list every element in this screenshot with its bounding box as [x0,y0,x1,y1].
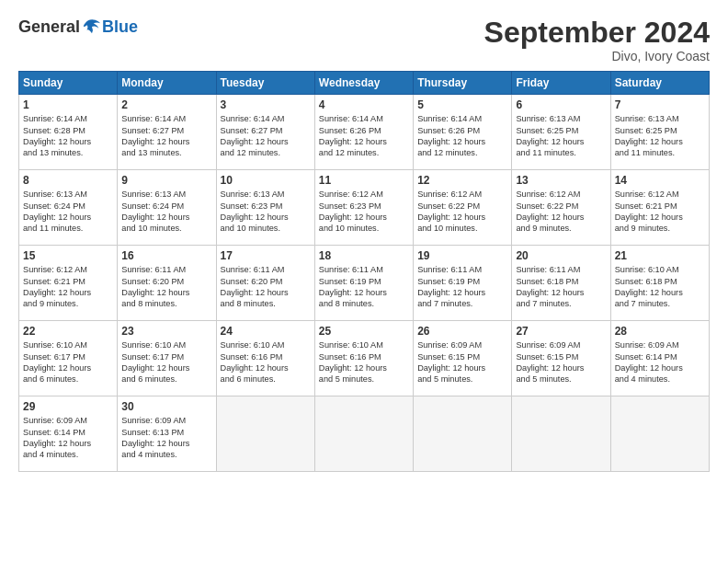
day-number: 15 [23,249,113,262]
day-number: 27 [516,325,606,338]
day-info: Sunrise: 6:13 AMSunset: 6:25 PMDaylight:… [615,113,705,159]
calendar-cell [414,396,512,472]
calendar-cell: 15Sunrise: 6:12 AMSunset: 6:21 PMDayligh… [19,246,118,321]
calendar-cell: 30Sunrise: 6:09 AMSunset: 6:13 PMDayligh… [118,396,216,472]
calendar-cell [314,396,413,472]
day-number: 29 [23,400,113,413]
day-info: Sunrise: 6:10 AMSunset: 6:17 PMDaylight:… [23,339,113,385]
day-number: 24 [221,325,311,338]
day-info: Sunrise: 6:13 AMSunset: 6:24 PMDaylight:… [121,189,211,235]
calendar-cell: 3Sunrise: 6:14 AMSunset: 6:27 PMDaylight… [216,95,314,170]
day-number: 9 [121,174,211,187]
day-number: 8 [23,174,113,187]
day-number: 30 [121,400,211,413]
day-number: 7 [615,98,705,111]
calendar-cell: 2Sunrise: 6:14 AMSunset: 6:27 PMDaylight… [118,95,216,170]
day-number: 1 [23,98,113,111]
calendar-cell: 13Sunrise: 6:12 AMSunset: 6:22 PMDayligh… [512,170,610,246]
day-info: Sunrise: 6:13 AMSunset: 6:25 PMDaylight:… [516,113,606,159]
day-info: Sunrise: 6:11 AMSunset: 6:20 PMDaylight:… [121,264,211,310]
day-info: Sunrise: 6:11 AMSunset: 6:18 PMDaylight:… [516,264,606,310]
day-number: 21 [615,249,705,262]
col-tuesday: Tuesday [216,72,314,95]
day-info: Sunrise: 6:14 AMSunset: 6:26 PMDaylight:… [417,113,507,159]
calendar-cell: 6Sunrise: 6:13 AMSunset: 6:25 PMDaylight… [512,95,610,170]
calendar-cell: 24Sunrise: 6:10 AMSunset: 6:16 PMDayligh… [216,321,314,396]
day-number: 23 [121,325,211,338]
month-title: September 2024 [484,17,710,49]
col-wednesday: Wednesday [314,72,413,95]
day-info: Sunrise: 6:11 AMSunset: 6:19 PMDaylight:… [417,264,507,310]
day-number: 11 [319,174,409,187]
calendar-cell: 5Sunrise: 6:14 AMSunset: 6:26 PMDaylight… [414,95,512,170]
day-info: Sunrise: 6:09 AMSunset: 6:14 PMDaylight:… [615,339,705,385]
day-info: Sunrise: 6:12 AMSunset: 6:22 PMDaylight:… [516,189,606,235]
day-info: Sunrise: 6:09 AMSunset: 6:14 PMDaylight:… [23,415,113,461]
day-info: Sunrise: 6:10 AMSunset: 6:16 PMDaylight:… [221,339,311,385]
calendar-cell: 18Sunrise: 6:11 AMSunset: 6:19 PMDayligh… [314,246,413,321]
day-number: 22 [23,325,113,338]
calendar-cell: 26Sunrise: 6:09 AMSunset: 6:15 PMDayligh… [414,321,512,396]
day-info: Sunrise: 6:14 AMSunset: 6:27 PMDaylight:… [221,113,311,159]
calendar-cell [216,396,314,472]
calendar-cell: 28Sunrise: 6:09 AMSunset: 6:14 PMDayligh… [610,321,709,396]
day-info: Sunrise: 6:09 AMSunset: 6:15 PMDaylight:… [417,339,507,385]
calendar-header: General Blue September 2024 Divo, Ivory … [18,17,710,63]
calendar-week-row: 29Sunrise: 6:09 AMSunset: 6:14 PMDayligh… [19,396,710,472]
day-info: Sunrise: 6:10 AMSunset: 6:16 PMDaylight:… [319,339,409,385]
day-number: 4 [319,98,409,111]
calendar-cell: 1Sunrise: 6:14 AMSunset: 6:28 PMDaylight… [19,95,118,170]
col-sunday: Sunday [19,72,118,95]
calendar-cell: 4Sunrise: 6:14 AMSunset: 6:26 PMDaylight… [314,95,413,170]
calendar-page: General Blue September 2024 Divo, Ivory … [0,0,728,563]
day-number: 10 [221,174,311,187]
calendar-cell: 14Sunrise: 6:12 AMSunset: 6:21 PMDayligh… [610,170,709,246]
calendar-cell: 27Sunrise: 6:09 AMSunset: 6:15 PMDayligh… [512,321,610,396]
calendar-cell: 7Sunrise: 6:13 AMSunset: 6:25 PMDaylight… [610,95,709,170]
calendar-cell: 11Sunrise: 6:12 AMSunset: 6:23 PMDayligh… [314,170,413,246]
logo-bird-icon [82,17,102,37]
day-info: Sunrise: 6:09 AMSunset: 6:13 PMDaylight:… [121,415,211,461]
calendar-header-row: Sunday Monday Tuesday Wednesday Thursday… [19,72,710,95]
title-section: September 2024 Divo, Ivory Coast [484,17,710,63]
calendar-cell: 16Sunrise: 6:11 AMSunset: 6:20 PMDayligh… [118,246,216,321]
day-info: Sunrise: 6:12 AMSunset: 6:23 PMDaylight:… [319,189,409,235]
calendar-cell: 10Sunrise: 6:13 AMSunset: 6:23 PMDayligh… [216,170,314,246]
calendar-cell: 9Sunrise: 6:13 AMSunset: 6:24 PMDaylight… [118,170,216,246]
logo-text-blue: Blue [102,17,138,37]
col-friday: Friday [512,72,610,95]
day-number: 14 [615,174,705,187]
day-number: 28 [615,325,705,338]
calendar-cell: 8Sunrise: 6:13 AMSunset: 6:24 PMDaylight… [19,170,118,246]
calendar-cell: 20Sunrise: 6:11 AMSunset: 6:18 PMDayligh… [512,246,610,321]
day-number: 2 [121,98,211,111]
day-info: Sunrise: 6:13 AMSunset: 6:23 PMDaylight:… [221,189,311,235]
day-info: Sunrise: 6:14 AMSunset: 6:27 PMDaylight:… [121,113,211,159]
day-info: Sunrise: 6:10 AMSunset: 6:17 PMDaylight:… [121,339,211,385]
day-info: Sunrise: 6:12 AMSunset: 6:22 PMDaylight:… [417,189,507,235]
col-thursday: Thursday [414,72,512,95]
day-number: 20 [516,249,606,262]
col-saturday: Saturday [610,72,709,95]
day-info: Sunrise: 6:11 AMSunset: 6:20 PMDaylight:… [221,264,311,310]
day-number: 19 [417,249,507,262]
calendar-week-row: 15Sunrise: 6:12 AMSunset: 6:21 PMDayligh… [19,246,710,321]
day-number: 12 [417,174,507,187]
calendar-cell: 12Sunrise: 6:12 AMSunset: 6:22 PMDayligh… [414,170,512,246]
calendar-cell [610,396,709,472]
calendar-cell: 29Sunrise: 6:09 AMSunset: 6:14 PMDayligh… [19,396,118,472]
calendar-cell: 17Sunrise: 6:11 AMSunset: 6:20 PMDayligh… [216,246,314,321]
calendar-cell: 25Sunrise: 6:10 AMSunset: 6:16 PMDayligh… [314,321,413,396]
day-number: 25 [319,325,409,338]
calendar-week-row: 1Sunrise: 6:14 AMSunset: 6:28 PMDaylight… [19,95,710,170]
day-number: 16 [121,249,211,262]
logo: General Blue [18,17,138,37]
day-info: Sunrise: 6:12 AMSunset: 6:21 PMDaylight:… [23,264,113,310]
day-info: Sunrise: 6:10 AMSunset: 6:18 PMDaylight:… [615,264,705,310]
calendar-cell: 19Sunrise: 6:11 AMSunset: 6:19 PMDayligh… [414,246,512,321]
day-info: Sunrise: 6:12 AMSunset: 6:21 PMDaylight:… [615,189,705,235]
location: Divo, Ivory Coast [484,49,710,63]
calendar-cell: 21Sunrise: 6:10 AMSunset: 6:18 PMDayligh… [610,246,709,321]
logo-text-general: General [18,17,80,37]
day-info: Sunrise: 6:13 AMSunset: 6:24 PMDaylight:… [23,189,113,235]
